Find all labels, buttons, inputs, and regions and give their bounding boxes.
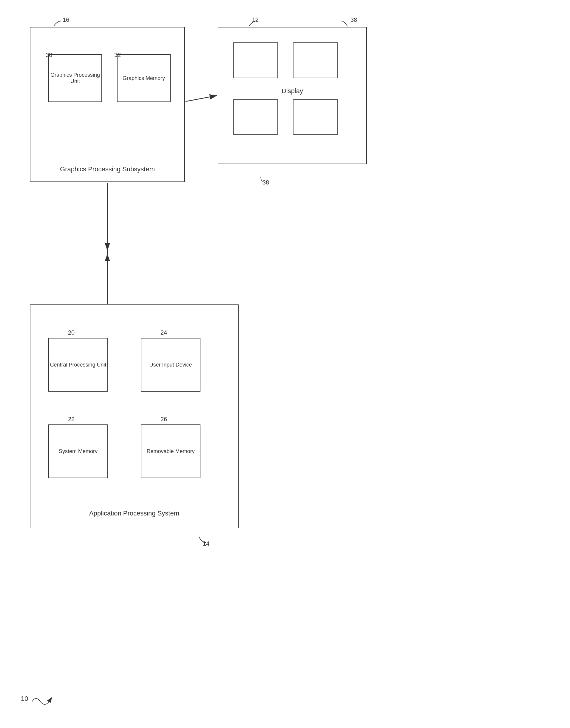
aps-label: Application Processing System [89,510,179,517]
svg-line-6 [49,697,52,702]
ref-14-label: 14 [203,540,209,547]
ref-16-label: 16 [63,16,69,23]
ref-30-label: 30 [46,52,52,58]
uid-label: User Input Device [149,362,192,368]
rmem-box: Removable Memory [141,424,201,478]
gps-label: Graphics Processing Subsystem [60,165,155,173]
gmem-box: Graphics Memory [117,54,171,102]
cpu-label: Central Processing Unit [50,362,106,368]
figure-label: 10 [21,695,28,703]
ref-38-bot-label: 38 [263,179,269,186]
ref-22-label: 22 [68,416,74,423]
display-inner-tr [293,42,338,78]
uid-box: User Input Device [141,338,201,392]
ref-24-label: 24 [161,329,167,336]
gpu-label: Graphics Processing Unit [49,72,101,84]
ref-12-label: 12 [252,16,259,23]
display-inner-bl [233,99,278,135]
gps-box: Graphics Processing Unit Graphics Memory… [30,27,185,182]
aps-box: Central Processing Unit User Input Devic… [30,305,239,528]
cpu-box: Central Processing Unit [48,338,108,392]
ref-38-tr-label: 38 [350,16,357,23]
svg-line-2 [186,96,217,102]
rmem-label: Removable Memory [147,448,195,454]
gmem-label: Graphics Memory [122,75,165,81]
ref-32-label: 32 [114,52,121,58]
diagram: Graphics Processing Unit Graphics Memory… [0,0,570,728]
ref-20-label: 20 [68,329,74,336]
display-label: Display [282,87,303,95]
smem-box: System Memory [48,424,108,478]
gpu-box: Graphics Processing Unit [48,54,102,102]
display-box: Display [218,27,367,164]
display-inner-br [293,99,338,135]
display-inner-tl [233,42,278,78]
smem-label: System Memory [59,448,97,454]
ref-26-label: 26 [161,416,167,423]
